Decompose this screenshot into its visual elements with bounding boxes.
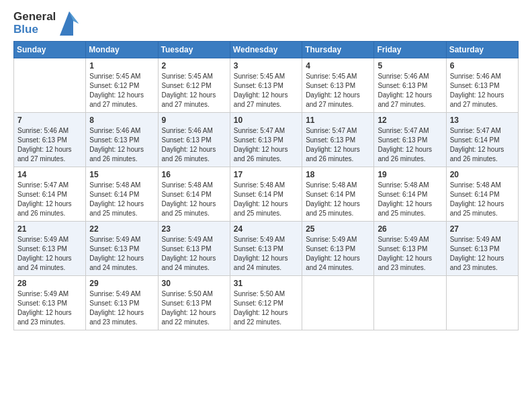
calendar-cell: 23Sunrise: 5:49 AM Sunset: 6:13 PM Dayli… — [158, 222, 230, 276]
calendar-cell: 18Sunrise: 5:48 AM Sunset: 6:14 PM Dayli… — [302, 167, 374, 222]
weekday-header-sunday: Sunday — [14, 42, 86, 58]
cell-info: Sunrise: 5:46 AM Sunset: 6:13 PM Dayligh… — [378, 72, 442, 109]
calendar-cell: 6Sunrise: 5:46 AM Sunset: 6:13 PM Daylig… — [446, 58, 518, 113]
calendar-cell: 24Sunrise: 5:49 AM Sunset: 6:13 PM Dayli… — [230, 222, 302, 276]
calendar-week-4: 21Sunrise: 5:49 AM Sunset: 6:13 PM Dayli… — [14, 222, 519, 276]
calendar-cell: 22Sunrise: 5:49 AM Sunset: 6:13 PM Dayli… — [86, 222, 158, 276]
cell-info: Sunrise: 5:50 AM Sunset: 6:12 PM Dayligh… — [234, 289, 298, 327]
day-number: 6 — [450, 61, 515, 71]
calendar-cell: 27Sunrise: 5:49 AM Sunset: 6:13 PM Dayli… — [446, 222, 518, 276]
calendar-cell: 1Sunrise: 5:45 AM Sunset: 6:12 PM Daylig… — [86, 58, 158, 113]
calendar-cell: 15Sunrise: 5:48 AM Sunset: 6:14 PM Dayli… — [86, 167, 158, 222]
calendar-cell: 31Sunrise: 5:50 AM Sunset: 6:12 PM Dayli… — [230, 276, 302, 330]
cell-info: Sunrise: 5:49 AM Sunset: 6:13 PM Dayligh… — [89, 289, 154, 327]
calendar-cell — [302, 276, 374, 330]
cell-info: Sunrise: 5:47 AM Sunset: 6:13 PM Dayligh… — [306, 126, 370, 164]
cell-info: Sunrise: 5:47 AM Sunset: 6:14 PM Dayligh… — [450, 126, 515, 164]
calendar-cell: 5Sunrise: 5:46 AM Sunset: 6:13 PM Daylig… — [374, 58, 446, 113]
cell-info: Sunrise: 5:48 AM Sunset: 6:14 PM Dayligh… — [162, 181, 226, 218]
calendar-cell: 28Sunrise: 5:49 AM Sunset: 6:13 PM Dayli… — [14, 276, 86, 330]
day-number: 8 — [89, 116, 154, 125]
day-number: 19 — [378, 170, 442, 179]
cell-info: Sunrise: 5:47 AM Sunset: 6:14 PM Dayligh… — [17, 181, 82, 218]
day-number: 18 — [306, 170, 370, 179]
day-number: 14 — [17, 170, 82, 179]
logo: General Blue — [13, 11, 79, 36]
cell-info: Sunrise: 5:46 AM Sunset: 6:13 PM Dayligh… — [89, 126, 154, 164]
cell-info: Sunrise: 5:50 AM Sunset: 6:13 PM Dayligh… — [162, 289, 226, 327]
calendar-cell: 19Sunrise: 5:48 AM Sunset: 6:14 PM Dayli… — [374, 167, 446, 222]
calendar-cell — [446, 276, 518, 330]
logo-bird-icon — [60, 11, 79, 36]
calendar-cell: 3Sunrise: 5:45 AM Sunset: 6:13 PM Daylig… — [230, 58, 302, 113]
calendar-week-3: 14Sunrise: 5:47 AM Sunset: 6:14 PM Dayli… — [14, 167, 519, 222]
calendar-table: SundayMondayTuesdayWednesdayThursdayFrid… — [13, 41, 519, 330]
calendar-cell: 10Sunrise: 5:47 AM Sunset: 6:13 PM Dayli… — [230, 113, 302, 167]
calendar-cell: 7Sunrise: 5:46 AM Sunset: 6:13 PM Daylig… — [14, 113, 86, 167]
cell-info: Sunrise: 5:49 AM Sunset: 6:13 PM Dayligh… — [17, 289, 82, 327]
weekday-header-monday: Monday — [86, 42, 158, 58]
calendar-cell: 9Sunrise: 5:46 AM Sunset: 6:13 PM Daylig… — [158, 113, 230, 167]
cell-info: Sunrise: 5:45 AM Sunset: 6:12 PM Dayligh… — [162, 72, 226, 109]
calendar-cell: 30Sunrise: 5:50 AM Sunset: 6:13 PM Dayli… — [158, 276, 230, 330]
calendar-cell: 17Sunrise: 5:48 AM Sunset: 6:14 PM Dayli… — [230, 167, 302, 222]
logo-blue-text: Blue — [13, 24, 38, 36]
cell-info: Sunrise: 5:49 AM Sunset: 6:13 PM Dayligh… — [378, 235, 442, 273]
day-number: 20 — [450, 170, 515, 179]
calendar-cell: 12Sunrise: 5:47 AM Sunset: 6:13 PM Dayli… — [374, 113, 446, 167]
calendar-cell — [374, 276, 446, 330]
weekday-header-row: SundayMondayTuesdayWednesdayThursdayFrid… — [14, 42, 519, 58]
calendar-cell: 20Sunrise: 5:48 AM Sunset: 6:14 PM Dayli… — [446, 167, 518, 222]
day-number: 16 — [162, 170, 226, 179]
day-number: 15 — [89, 170, 154, 179]
day-number: 31 — [234, 279, 298, 288]
day-number: 26 — [378, 224, 442, 234]
day-number: 7 — [17, 116, 82, 125]
day-number: 13 — [450, 116, 515, 125]
cell-info: Sunrise: 5:47 AM Sunset: 6:13 PM Dayligh… — [378, 126, 442, 164]
day-number: 23 — [162, 224, 226, 234]
calendar-cell — [14, 58, 86, 113]
day-number: 21 — [17, 224, 82, 234]
cell-info: Sunrise: 5:49 AM Sunset: 6:13 PM Dayligh… — [162, 235, 226, 273]
day-number: 12 — [378, 116, 442, 125]
calendar-cell: 8Sunrise: 5:46 AM Sunset: 6:13 PM Daylig… — [86, 113, 158, 167]
cell-info: Sunrise: 5:49 AM Sunset: 6:13 PM Dayligh… — [306, 235, 370, 273]
calendar-cell: 16Sunrise: 5:48 AM Sunset: 6:14 PM Dayli… — [158, 167, 230, 222]
calendar-cell: 29Sunrise: 5:49 AM Sunset: 6:13 PM Dayli… — [86, 276, 158, 330]
cell-info: Sunrise: 5:47 AM Sunset: 6:13 PM Dayligh… — [234, 126, 298, 164]
cell-info: Sunrise: 5:46 AM Sunset: 6:13 PM Dayligh… — [450, 72, 515, 109]
calendar-cell: 11Sunrise: 5:47 AM Sunset: 6:13 PM Dayli… — [302, 113, 374, 167]
cell-info: Sunrise: 5:48 AM Sunset: 6:14 PM Dayligh… — [234, 181, 298, 218]
day-number: 2 — [162, 61, 226, 71]
weekday-header-tuesday: Tuesday — [158, 42, 230, 58]
day-number: 9 — [162, 116, 226, 125]
day-number: 1 — [89, 61, 154, 71]
svg-marker-0 — [60, 11, 79, 36]
cell-info: Sunrise: 5:46 AM Sunset: 6:13 PM Dayligh… — [162, 126, 226, 164]
cell-info: Sunrise: 5:46 AM Sunset: 6:13 PM Dayligh… — [17, 126, 82, 164]
day-number: 30 — [162, 279, 226, 288]
calendar-week-1: 1Sunrise: 5:45 AM Sunset: 6:12 PM Daylig… — [14, 58, 519, 113]
day-number: 27 — [450, 224, 515, 234]
day-number: 11 — [306, 116, 370, 125]
cell-info: Sunrise: 5:49 AM Sunset: 6:13 PM Dayligh… — [17, 235, 82, 273]
day-number: 3 — [234, 61, 298, 71]
cell-info: Sunrise: 5:45 AM Sunset: 6:13 PM Dayligh… — [234, 72, 298, 109]
cell-info: Sunrise: 5:49 AM Sunset: 6:13 PM Dayligh… — [234, 235, 298, 273]
calendar-cell: 13Sunrise: 5:47 AM Sunset: 6:14 PM Dayli… — [446, 113, 518, 167]
calendar-week-5: 28Sunrise: 5:49 AM Sunset: 6:13 PM Dayli… — [14, 276, 519, 330]
day-number: 5 — [378, 61, 442, 71]
cell-info: Sunrise: 5:49 AM Sunset: 6:13 PM Dayligh… — [89, 235, 154, 273]
calendar-cell: 25Sunrise: 5:49 AM Sunset: 6:13 PM Dayli… — [302, 222, 374, 276]
day-number: 4 — [306, 61, 370, 71]
cell-info: Sunrise: 5:45 AM Sunset: 6:12 PM Dayligh… — [89, 72, 154, 109]
day-number: 24 — [234, 224, 298, 234]
weekday-header-thursday: Thursday — [302, 42, 374, 58]
logo-wrapper: General Blue — [13, 11, 79, 36]
page-header: General Blue — [13, 11, 519, 36]
cell-info: Sunrise: 5:48 AM Sunset: 6:14 PM Dayligh… — [378, 181, 442, 218]
cell-info: Sunrise: 5:48 AM Sunset: 6:14 PM Dayligh… — [450, 181, 515, 218]
weekday-header-wednesday: Wednesday — [230, 42, 302, 58]
cell-info: Sunrise: 5:48 AM Sunset: 6:14 PM Dayligh… — [89, 181, 154, 218]
